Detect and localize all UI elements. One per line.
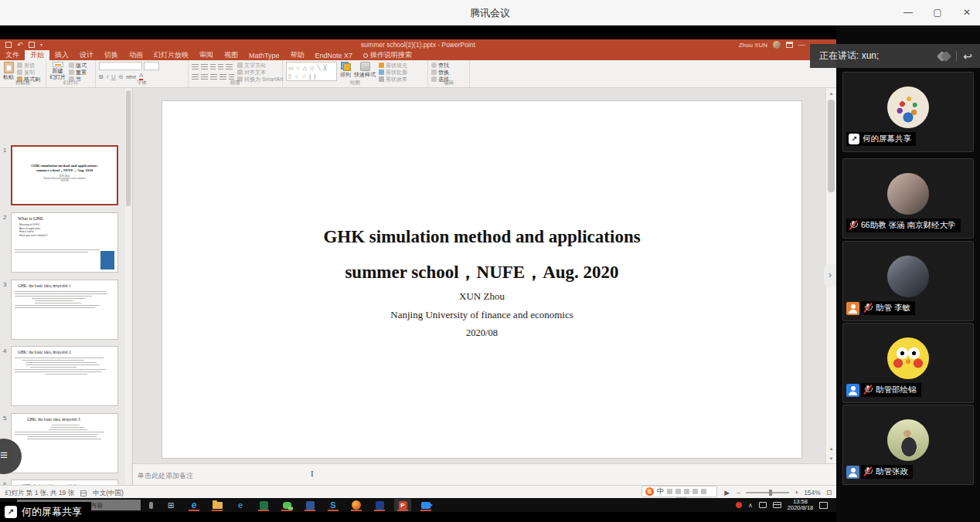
replace-button[interactable]: 替换 <box>431 69 449 75</box>
slideshow-from-start-icon[interactable] <box>29 42 35 48</box>
tray-message-icon[interactable] <box>759 502 767 508</box>
taskbar-edge-icon[interactable]: e <box>185 499 202 511</box>
indent-increase-icon[interactable] <box>218 64 223 70</box>
account-name[interactable]: Zhou XUN <box>739 42 767 49</box>
zoom-out-button[interactable]: − <box>737 489 740 497</box>
sogou-toolbox-icon[interactable] <box>701 489 706 494</box>
taskbar-ie-icon[interactable]: e <box>232 499 249 511</box>
text-direction-button[interactable]: 文字方向 <box>237 63 284 68</box>
tell-me-search[interactable]: 操作说明搜索 <box>358 50 417 60</box>
tray-sogou-icon[interactable] <box>736 502 742 508</box>
current-slide[interactable]: GHK simulation method and applications s… <box>162 100 802 459</box>
taskbar-meeting-icon[interactable] <box>417 499 434 511</box>
tab-view[interactable]: 视图 <box>219 50 243 60</box>
font-size-input[interactable] <box>144 62 159 70</box>
shape-fill-button[interactable]: 形状填充 <box>379 63 407 68</box>
new-slide-button[interactable]: 新建 幻灯片 <box>49 62 66 80</box>
save-icon[interactable] <box>5 42 12 48</box>
back-arrow-icon[interactable]: ↩ <box>963 50 972 63</box>
numbering-icon[interactable] <box>201 64 208 70</box>
line-spacing-icon[interactable] <box>226 64 233 70</box>
indent-decrease-icon[interactable] <box>210 64 216 70</box>
ppt-minimize-icon[interactable]: — <box>798 41 805 49</box>
align-text-button[interactable]: 对齐文本 <box>237 69 284 75</box>
bullets-icon[interactable] <box>192 64 199 70</box>
sogou-logo-icon[interactable]: S <box>645 487 654 496</box>
slide-thumbnail-5[interactable]: GHK: the basic idea, mvprobit 3 <box>11 413 118 473</box>
tab-transitions[interactable]: 切换 <box>99 50 124 60</box>
tab-slideshow[interactable]: 幻灯片放映 <box>148 50 194 60</box>
taskbar-excel-icon[interactable] <box>255 499 272 511</box>
taskbar-firefox-icon[interactable] <box>348 499 365 511</box>
slide-thumbnail-2[interactable]: What is GHK Meaning of G H K Area of app… <box>11 212 118 273</box>
sogou-emoji-icon[interactable] <box>692 489 698 494</box>
slide-thumbnail-6[interactable]: GHK: the basic idea, mvprobit 4 <box>11 480 118 485</box>
taskbar-explorer-icon[interactable] <box>209 499 226 511</box>
maximize-icon[interactable]: ▢ <box>929 4 946 21</box>
tab-endnote[interactable]: EndNote X7 <box>310 50 359 60</box>
taskbar-wechat-icon[interactable] <box>278 499 295 511</box>
participant-tile-screen-share[interactable]: ↗ 何的屏幕共享 <box>842 72 974 152</box>
ribbon-display-options-icon[interactable] <box>786 42 793 48</box>
quick-styles-button[interactable]: 快速样式 <box>354 62 376 80</box>
participant-tile-shaohuijin[interactable]: 助管邵绘锦 <box>842 323 974 403</box>
task-view-icon[interactable]: ⊞ <box>162 499 179 511</box>
scrollbar-thumb[interactable] <box>828 100 835 192</box>
next-slide-icon[interactable]: ▾ <box>826 453 836 463</box>
tab-insert[interactable]: 插入 <box>49 50 74 60</box>
layout-button[interactable]: 版式 <box>69 63 87 68</box>
fit-to-window-icon[interactable]: ⊡ <box>826 489 832 497</box>
participant-tile-zhanghan[interactable]: 66助教 张涵 南京财经大学 <box>842 158 974 239</box>
undo-icon[interactable]: ↶ <box>17 42 23 48</box>
notes-pane[interactable]: 单击此处添加备注 I <box>133 463 836 485</box>
thumbnail-scrollbar[interactable] <box>125 88 131 485</box>
tab-review[interactable]: 审阅 <box>194 50 219 60</box>
sogou-mic-icon[interactable] <box>675 489 681 494</box>
language-label[interactable]: 中文(中国) <box>93 489 124 498</box>
previous-slide-icon[interactable]: ▴ <box>826 443 836 453</box>
participant-tile-limin[interactable]: 助管 李敏 <box>842 241 974 321</box>
tab-home[interactable]: 开始 <box>25 50 49 60</box>
spellcheck-icon[interactable] <box>80 490 87 497</box>
slide-thumbnail-3[interactable]: GHK: the basic idea, mvprobit 1 <box>11 280 118 340</box>
tray-expand-icon[interactable]: ∧ <box>748 502 753 509</box>
find-button[interactable]: 查找 <box>431 63 449 68</box>
tab-animations[interactable]: 动画 <box>124 50 148 60</box>
account-avatar[interactable] <box>773 41 781 49</box>
shapes-gallery[interactable]: ▭ ○ △ ◇ ╲ ╳ ▯ ☆ ∩ { } <box>286 62 337 81</box>
input-mode-label[interactable]: 中 <box>657 486 664 497</box>
sidebar-collapse-chevron[interactable]: › <box>824 264 836 287</box>
slide-thumbnail-1[interactable]: GHK simulation method and applications: … <box>11 145 118 205</box>
scroll-up-icon[interactable]: ▴ <box>826 88 836 98</box>
tab-help[interactable]: 帮助 <box>285 50 310 60</box>
sogou-keyboard-icon[interactable] <box>684 489 689 494</box>
copy-button[interactable]: 复制 <box>17 69 40 75</box>
cut-button[interactable]: 剪切 <box>17 63 40 68</box>
tab-file[interactable]: 文件 <box>0 50 25 60</box>
qat-dropdown-icon[interactable]: ▾ <box>40 42 46 48</box>
close-icon[interactable]: ✕ <box>958 4 975 21</box>
arrange-button[interactable]: 排列 <box>340 62 351 80</box>
zoom-slider[interactable] <box>746 492 789 493</box>
minimize-icon[interactable]: — <box>900 4 917 21</box>
action-center-icon[interactable] <box>819 502 828 509</box>
taskbar-app-icon[interactable] <box>371 499 388 511</box>
taskbar-powerpoint-icon[interactable]: P <box>394 499 411 511</box>
taskbar-word-icon[interactable] <box>301 499 318 511</box>
zoom-level[interactable]: 154% <box>804 489 821 497</box>
shape-outline-button[interactable]: 形状轮廓 <box>379 69 407 75</box>
slideshow-view-button[interactable]: ▶ <box>723 488 731 497</box>
tab-design[interactable]: 设计 <box>74 50 99 60</box>
taskbar-clock[interactable]: 13:58 2020/8/18 <box>788 499 813 511</box>
tray-keyboard-icon[interactable] <box>773 502 781 508</box>
taskbar-skype-icon[interactable]: S <box>325 499 342 511</box>
taskbar-mic-icon[interactable] <box>142 499 159 511</box>
zoom-in-button[interactable]: + <box>795 489 798 497</box>
participant-tile-zhangzheng[interactable]: 助管张政 <box>842 405 974 485</box>
font-name-input[interactable] <box>99 62 142 70</box>
paste-button[interactable]: 粘贴 <box>3 62 14 80</box>
slide-thumbnail-4[interactable]: GHK: the basic idea, mvprobit 2 <box>11 346 118 406</box>
tab-mathtype[interactable]: MathType <box>243 50 285 60</box>
sogou-tool-icon[interactable] <box>667 489 672 494</box>
reset-button[interactable]: 重置 <box>69 69 87 75</box>
